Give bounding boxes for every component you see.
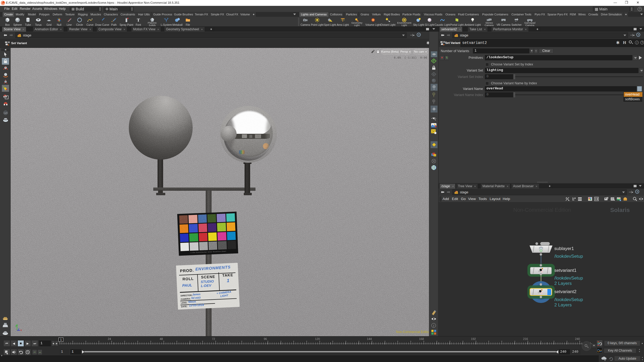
svg-text:z: z	[18, 328, 19, 330]
svg-text:y: y	[15, 324, 17, 327]
svg-text:x: x	[20, 329, 22, 331]
svg-text:P: P	[433, 60, 435, 63]
svg-text:T: T	[137, 18, 140, 23]
svg-text:CaPl: CaPl	[4, 112, 7, 114]
